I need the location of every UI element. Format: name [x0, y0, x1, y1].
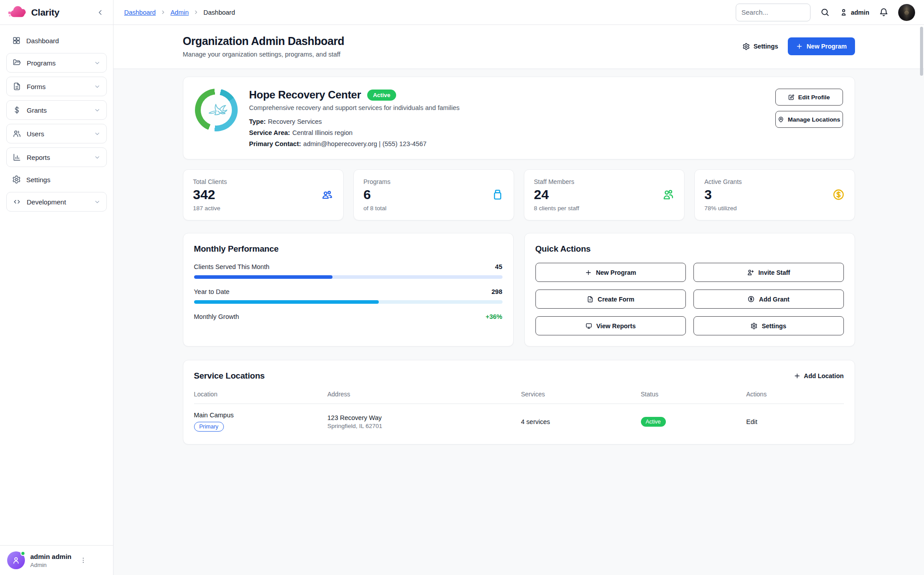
gear-icon — [750, 322, 758, 330]
sidebar-item-forms[interactable]: Forms — [6, 77, 107, 96]
user-menu-button[interactable] — [78, 555, 89, 566]
address-line2: Springfield, IL 62701 — [328, 423, 521, 429]
sidebar-header: Clarity — [0, 0, 113, 25]
progress-fill — [194, 300, 379, 304]
scrollbar[interactable] — [920, 27, 923, 76]
breadcrumb-link-dashboard[interactable]: Dashboard — [124, 9, 156, 16]
user-menu-chip[interactable]: admin — [839, 8, 869, 16]
perf-row-monthly-growth: Monthly Growth +36% — [194, 313, 503, 320]
search-icon — [820, 8, 830, 17]
profile-avatar[interactable] — [898, 4, 915, 21]
sidebar-item-programs[interactable]: Programs — [6, 53, 107, 73]
sidebar-item-reports[interactable]: Reports — [6, 147, 107, 167]
new-program-button[interactable]: New Program — [788, 37, 855, 55]
users-icon — [12, 129, 21, 138]
file-text-icon — [12, 82, 21, 91]
sidebar-item-label: Settings — [26, 176, 50, 184]
online-status-dot — [20, 551, 25, 556]
sidebar-collapse-button[interactable] — [94, 7, 106, 18]
column-header: Services — [521, 391, 641, 398]
column-header: Location — [194, 391, 328, 398]
sidebar-user-card[interactable]: admin admin Admin — [0, 545, 113, 575]
gear-icon — [12, 175, 21, 184]
quick-action-invite-staff[interactable]: Invite Staff — [693, 263, 844, 282]
breadcrumb-link-admin[interactable]: Admin — [170, 9, 189, 16]
plus-icon — [794, 372, 801, 379]
stat-value: 3 — [705, 187, 712, 202]
quick-action-new-program[interactable]: New Program — [535, 263, 686, 282]
page-subtitle: Manage your organization settings, progr… — [183, 51, 344, 58]
org-type-line: Type:Recovery Services — [249, 118, 766, 125]
org-status-badge: Active — [367, 90, 396, 101]
user-role: Admin — [30, 562, 72, 568]
perf-value: 298 — [491, 288, 502, 295]
org-name: Hope Recovery Center — [249, 89, 361, 101]
chevron-left-icon — [96, 8, 104, 16]
gear-icon — [742, 43, 750, 50]
sidebar-item-label: Programs — [27, 59, 56, 67]
sidebar-nav: Dashboard Programs Forms — [0, 25, 113, 545]
sidebar-item-settings[interactable]: Settings — [6, 171, 107, 188]
search-input[interactable] — [736, 4, 811, 21]
chevron-down-icon — [94, 107, 101, 114]
quick-action-create-form[interactable]: Create Form — [535, 290, 686, 309]
edit-profile-button[interactable]: Edit Profile — [775, 89, 843, 106]
sidebar-item-label: Users — [27, 130, 44, 138]
file-icon — [587, 296, 594, 303]
app-window: Clarity Dashboard Programs — [0, 0, 924, 575]
sidebar-item-development[interactable]: Development — [6, 192, 107, 212]
sidebar-item-dashboard[interactable]: Dashboard — [6, 32, 107, 49]
main-area: Dashboard Admin Dashboard — [113, 0, 924, 575]
stat-value: 6 — [364, 187, 371, 202]
sidebar-item-grants[interactable]: Grants — [6, 100, 107, 120]
stat-label: Staff Members — [534, 178, 674, 185]
search-button[interactable] — [819, 7, 831, 18]
org-description: Comprehensive recovery and support servi… — [249, 104, 766, 111]
stat-sublabel: of 8 total — [364, 205, 504, 212]
settings-button[interactable]: Settings — [742, 43, 778, 50]
sidebar-item-label: Development — [27, 198, 66, 206]
perf-label: Clients Served This Month — [194, 263, 270, 270]
stats-row: Total Clients 342 187 active Programs 6 — [183, 169, 855, 220]
avatar — [7, 551, 25, 569]
edit-location-button[interactable]: Edit — [746, 418, 758, 425]
sidebar-item-label: Dashboard — [26, 37, 59, 45]
stat-card-staff-members: Staff Members 24 8 clients per staff — [524, 169, 685, 220]
stat-label: Active Grants — [705, 178, 845, 185]
stat-sublabel: 8 clients per staff — [534, 205, 674, 212]
chevron-down-icon — [94, 83, 101, 90]
chevron-down-icon — [94, 154, 101, 161]
quick-action-view-reports[interactable]: View Reports — [535, 316, 686, 335]
quick-action-settings[interactable]: Settings — [693, 316, 844, 335]
folder-icon — [12, 58, 21, 67]
breadcrumb: Dashboard Admin Dashboard — [124, 9, 235, 16]
page-header: Organization Admin Dashboard Manage your… — [113, 25, 924, 69]
progress-track — [194, 275, 503, 279]
stat-value: 342 — [193, 187, 215, 202]
sidebar-item-label: Forms — [27, 83, 46, 90]
manage-locations-button[interactable]: Manage Locations — [775, 111, 843, 128]
monthly-performance-card: Monthly Performance Clients Served This … — [183, 233, 514, 347]
user-plus-icon — [747, 269, 754, 276]
notifications-button[interactable] — [878, 7, 889, 18]
status-badge: Active — [641, 417, 666, 427]
service-locations-card: Service Locations Add Location Location … — [183, 360, 855, 445]
quick-action-add-grant[interactable]: Add Grant — [693, 290, 844, 309]
service-locations-title: Service Locations — [194, 371, 265, 381]
settings-button-label: Settings — [754, 43, 778, 50]
chevron-down-icon — [94, 60, 101, 66]
user-name: admin admin — [30, 553, 72, 561]
location-name: Main Campus — [194, 412, 328, 419]
plus-icon — [585, 269, 592, 276]
primary-badge: Primary — [194, 422, 224, 432]
code-icon — [12, 197, 21, 206]
column-header: Status — [641, 391, 746, 398]
add-location-button[interactable]: Add Location — [794, 372, 843, 379]
briefcase-icon — [491, 188, 504, 201]
org-profile-card: Hope Recovery Center Active Comprehensiv… — [183, 77, 855, 159]
quick-actions-title: Quick Actions — [535, 244, 844, 254]
more-vertical-icon — [80, 557, 87, 564]
monitor-icon — [585, 322, 592, 330]
address-line1: 123 Recovery Way — [328, 414, 521, 421]
sidebar-item-users[interactable]: Users — [6, 124, 107, 143]
